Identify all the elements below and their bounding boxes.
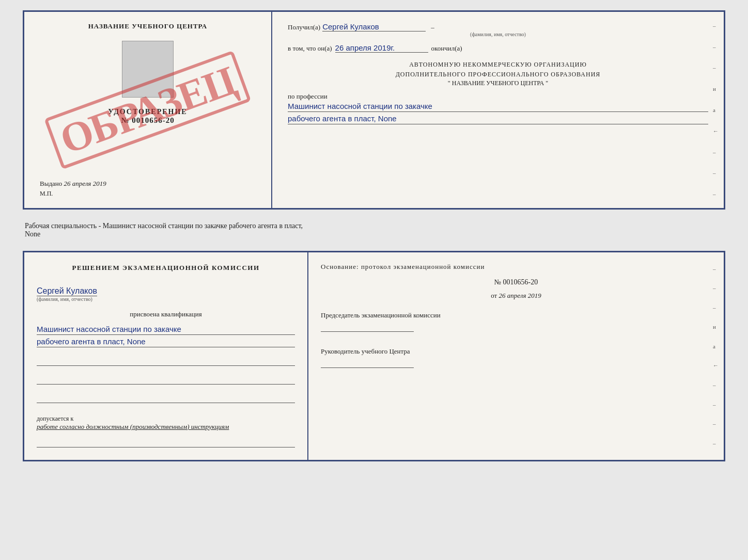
- middle-text-line2: None: [25, 230, 40, 238]
- autonomy-line1: АВТОНОМНУЮ НЕКОММЕРЧЕСКУЮ ОРГАНИЗАЦИЮ: [288, 60, 708, 70]
- predsedatel-label: Председатель экзаменационной комиссии: [321, 311, 711, 319]
- vtom-date: 26 апреля 2019г.: [335, 43, 428, 53]
- udostoverenie-block: УДОСТОВЕРЕНИЕ № 0010656-20: [108, 108, 187, 125]
- poluchil-row: Получил(a) Сергей Кулаков – (фамилия, им…: [288, 22, 708, 37]
- cert-left: НАЗВАНИЕ УЧЕБНОГО ЦЕНТРА ОБРАЗЕЦ УДОСТОВ…: [24, 12, 272, 208]
- dash-1: –: [431, 23, 434, 31]
- kval-line1: Машинист насосной станции по закачке: [37, 325, 295, 335]
- rukovoditel-signature: [321, 359, 414, 368]
- familiya-hint-bottom: (фамилия, имя, отчество): [37, 296, 295, 302]
- bottom-right-lines: – – – и а ← – – – –: [713, 252, 719, 460]
- certificate-top: НАЗВАНИЕ УЧЕБНОГО ЦЕНТРА ОБРАЗЕЦ УДОСТОВ…: [23, 10, 725, 210]
- right-lines: – – – и а ← – – –: [713, 12, 719, 208]
- predsedatel-signature: [321, 323, 414, 332]
- poluchil-value: Сергей Кулаков: [322, 22, 426, 31]
- certificate-bottom: Решением экзаменационной комиссии Сергей…: [23, 251, 725, 461]
- kval-line2: рабочего агента в пласт, None: [37, 337, 295, 347]
- underline-3: [37, 393, 295, 403]
- familiya-hint-top: (фамилия, имя, отчество): [288, 31, 708, 37]
- dopuskaetsya-label: допускается к: [37, 415, 73, 422]
- underline-4: [37, 437, 295, 447]
- okonchil-label: окончил(а): [431, 44, 462, 53]
- rukovoditel-block: Руководитель учебного Центра: [321, 347, 711, 371]
- komissia-title: Решением экзаменационной комиссии: [37, 263, 295, 273]
- vydano-date: 26 апреля 2019: [64, 180, 106, 187]
- bottom-right: Основание: протокол экзаменационной коми…: [308, 252, 724, 460]
- osnovaniye-label: Основание: протокол экзаменационной коми…: [321, 263, 711, 271]
- professiya-block: по профессии Машинист насосной станции п…: [288, 92, 708, 124]
- school-quotes: " НАЗВАНИЕ УЧЕБНОГО ЦЕНТРА ": [288, 79, 708, 87]
- photo-placeholder: [122, 41, 174, 98]
- professiya-line2: рабочего агента в пласт, None: [288, 114, 708, 124]
- underline-2: [37, 374, 295, 385]
- mp-label: М.П.: [35, 190, 261, 198]
- poluchil-label: Получил(a): [288, 23, 320, 31]
- underline-1: [37, 356, 295, 366]
- autonomy-line2: ДОПОЛНИТЕЛЬНОГО ПРОФЕССИОНАЛЬНОГО ОБРАЗО…: [288, 70, 708, 79]
- po-professii-label: по профессии: [288, 92, 708, 101]
- middle-text: Рабочая специальность - Машинист насосно…: [23, 218, 725, 243]
- vydano-label: Выдано: [40, 180, 62, 187]
- udostoverenie-title: УДОСТОВЕРЕНИЕ: [108, 108, 187, 116]
- cert-right: Получил(a) Сергей Кулаков – (фамилия, им…: [272, 12, 724, 208]
- vydano-line: Выдано 26 апреля 2019: [35, 180, 261, 188]
- okonchil-row: в том, что он(а) 26 апреля 2019г. окончи…: [288, 43, 708, 53]
- prisvoena-label: присвоена квалификация: [37, 310, 295, 318]
- vtom-label: в том, что он(а): [288, 44, 332, 53]
- ot-label: от: [491, 292, 497, 299]
- dopuskaetsya-value: работе согласно должностным (производств…: [37, 423, 295, 431]
- protocol-num: № 0010656-20: [321, 278, 711, 286]
- middle-text-line1: Рабочая специальность - Машинист насосно…: [25, 222, 303, 230]
- rukovoditel-label: Руководитель учебного Центра: [321, 347, 711, 356]
- autonomy-block: АВТОНОМНУЮ НЕКОММЕРЧЕСКУЮ ОРГАНИЗАЦИЮ ДО…: [288, 60, 708, 87]
- ot-date-value: 26 апреля 2019: [499, 292, 541, 299]
- bottom-left: Решением экзаменационной комиссии Сергей…: [24, 252, 308, 460]
- name-block: Сергей Кулаков (фамилия, имя, отчество): [37, 281, 295, 302]
- school-name-top: НАЗВАНИЕ УЧЕБНОГО ЦЕНТРА: [88, 22, 208, 30]
- kval-block: Машинист насосной станции по закачке раб…: [37, 325, 295, 349]
- predsedatel-block: Председатель экзаменационной комиссии: [321, 311, 711, 335]
- dopuskaetsya-block: допускается к работе согласно должностны…: [37, 413, 295, 431]
- professiya-line1: Машинист насосной станции по закачке: [288, 102, 708, 112]
- ot-date: от 26 апреля 2019: [321, 292, 711, 300]
- name-value: Сергей Кулаков: [37, 286, 97, 296]
- udostoverenie-num: № 0010656-20: [108, 116, 187, 125]
